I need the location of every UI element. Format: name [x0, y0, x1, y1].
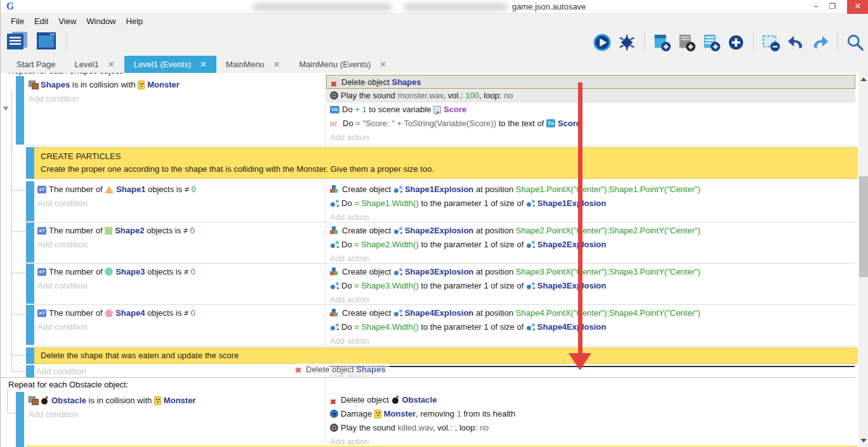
tab-level1[interactable]: Level1 ✕	[65, 56, 124, 73]
scrollbar-thumb[interactable]	[859, 176, 868, 277]
tree-connector	[11, 371, 26, 372]
count-icon	[37, 227, 46, 235]
action-size-shape1explosion[interactable]: Do = Shape1.Width() to the parameter 1 o…	[330, 197, 606, 211]
add-subevent-button[interactable]	[702, 33, 721, 52]
event-handle-bar[interactable]	[26, 305, 34, 345]
text-segment: Do	[342, 105, 355, 114]
text-segment: = Shape3.Width()	[354, 281, 419, 290]
text-segment: is in collision with	[70, 80, 138, 89]
shape4-icon	[105, 309, 113, 317]
drag-arrow-head	[569, 353, 591, 370]
particle-icon	[526, 240, 535, 249]
condition-obstacle-collision[interactable]: Obstacle is in collision with Monster	[29, 394, 195, 408]
action-play-sound-monster[interactable]: Play the sound monster.wav, vol.: 100, l…	[326, 89, 855, 103]
add-condition[interactable]: Add condition	[29, 408, 79, 422]
add-action[interactable]: Add action	[326, 131, 855, 145]
condition-shapes-collision[interactable]: Shapes is in collision with Monster	[29, 78, 180, 92]
collapse-arrow-icon[interactable]	[3, 107, 9, 111]
search-button[interactable]	[846, 33, 865, 52]
event-handle-bar[interactable]	[16, 392, 24, 447]
condition-shape2-count[interactable]: The number of Shape2 objects is ≠ 0	[37, 224, 195, 238]
add-condition[interactable]: Add condition	[37, 238, 88, 252]
condition-shape4-count[interactable]: The number of Shape4 objects is ≠ 0	[37, 306, 195, 320]
action-delete-obstacle[interactable]: Delete object Obstacle	[330, 393, 437, 407]
maximize-button[interactable]: ❐	[824, 0, 841, 14]
minimize-button[interactable]: –	[808, 0, 824, 14]
action-size-shape3explosion[interactable]: Do = Shape3.Width() to the parameter 1 o…	[330, 279, 606, 293]
vertical-scrollbar[interactable]	[858, 73, 868, 447]
comment-delete-shape[interactable]: Delete the shape that was eaten and upda…	[34, 347, 858, 364]
add-condition[interactable]: Add condition	[29, 92, 79, 106]
delete-selection-button[interactable]	[761, 33, 780, 52]
scroll-down-icon[interactable]	[860, 439, 867, 443]
scroll-up-icon[interactable]	[860, 77, 867, 81]
menu-help[interactable]: Help	[121, 16, 148, 26]
comment-create-particles[interactable]: CREATE PARTICLES Create the proper one a…	[34, 147, 858, 179]
particle-icon	[330, 282, 339, 290]
action-play-sound-killed[interactable]: Play the sound killed.wav, vol.: , loop:…	[330, 421, 489, 435]
add-condition[interactable]: Add condition	[37, 197, 88, 211]
close-button[interactable]: ✕	[847, 0, 868, 14]
add-condition[interactable]: Add condition	[37, 320, 88, 334]
event-handle-bar[interactable]	[26, 181, 34, 221]
title-bar[interactable]: G game.json.autosave – ❐ ✕	[1, 0, 868, 14]
close-tab-icon[interactable]: ✕	[200, 60, 207, 69]
add-condition[interactable]: Add condition	[36, 365, 86, 377]
close-tab-icon[interactable]: ✕	[379, 60, 386, 69]
action-create-shape1explosion[interactable]: Create object Shape1Explosion at positio…	[330, 183, 700, 197]
action-size-shape4explosion[interactable]: Do = Shape4.Width() to the parameter 1 o…	[330, 320, 606, 334]
text-segment: at position	[473, 308, 516, 318]
sound-icon	[330, 424, 338, 432]
condition-shape1-count[interactable]: The number of Shape1 objects is ≠ 0	[37, 183, 196, 197]
action-size-shape2explosion[interactable]: Do = Shape2.Width() to the parameter 1 o…	[330, 238, 606, 252]
undo-button[interactable]	[786, 33, 805, 52]
close-tab-icon[interactable]: ✕	[108, 60, 115, 69]
repeat-obstacle-label[interactable]: Repeat for each Obstacle object:	[8, 379, 128, 390]
action-create-shape3explosion[interactable]: Create object Shape3Explosion at positio…	[330, 265, 700, 279]
project-manager-button[interactable]	[6, 30, 29, 53]
action-increment-score[interactable]: Do + 1 to scene variable Score	[326, 103, 855, 117]
menu-window[interactable]: Window	[81, 16, 121, 26]
preview-play-button[interactable]	[593, 33, 612, 52]
particle-icon	[393, 268, 402, 276]
menu-file[interactable]: File	[6, 16, 29, 26]
action-create-shape2explosion[interactable]: Create object Shape2Explosion at positio…	[330, 224, 700, 238]
comment-body: Create the proper one according to the s…	[41, 163, 858, 176]
scene-editor-button[interactable]	[35, 30, 58, 53]
event-handle-bar[interactable]	[26, 147, 34, 179]
event-handle-bar[interactable]	[16, 76, 24, 145]
count-icon	[37, 186, 46, 193]
text-segment: Shape1	[116, 185, 145, 194]
debugger-bug-icon	[617, 33, 636, 52]
text-segment: 0	[190, 226, 195, 235]
redo-button[interactable]	[811, 33, 830, 52]
add-condition[interactable]: Add condition	[37, 279, 88, 293]
action-set-score-text[interactable]: Do = "Score: " + ToString(Variable(Score…	[326, 117, 855, 131]
add-other-button[interactable]	[727, 33, 746, 52]
menu-edit[interactable]: Edit	[29, 16, 53, 26]
text-segment: Damage	[341, 409, 374, 418]
tab-level1-events[interactable]: Level1 (Events) ✕	[124, 56, 216, 73]
event-handle-bar[interactable]	[26, 264, 34, 304]
action-damage-monster[interactable]: Damage Monster, removing 1 from its heal…	[330, 407, 515, 421]
add-comment-button[interactable]	[677, 33, 696, 52]
add-event-button[interactable]	[652, 33, 671, 52]
event-handle-bar[interactable]	[26, 347, 34, 364]
action-create-shape4explosion[interactable]: Create object Shape4Explosion at positio…	[330, 306, 700, 320]
close-tab-icon[interactable]: ✕	[273, 60, 280, 69]
action-delete-shapes[interactable]: Delete object Shapes	[326, 75, 855, 89]
tab-start-page[interactable]: Start Page	[7, 56, 65, 73]
text-segment: no	[504, 91, 513, 100]
text-segment: Shape3Explosion	[405, 267, 473, 276]
event-handle-bar[interactable]	[26, 365, 34, 377]
particle-icon	[330, 323, 339, 331]
tab-label: Level1	[74, 60, 98, 69]
menu-view[interactable]: View	[53, 16, 81, 26]
debugger-button[interactable]	[617, 33, 636, 52]
tab-mainmenu-events[interactable]: MainMenu (Events) ✕	[290, 56, 397, 73]
project-manager-icon	[6, 30, 29, 53]
event-handle-bar[interactable]	[26, 223, 34, 262]
condition-shape3-count[interactable]: The number of Shape3 objects is ≠ 0	[37, 265, 195, 279]
tab-mainmenu[interactable]: MainMenu ✕	[216, 56, 290, 73]
text-segment: , loop:	[479, 91, 504, 100]
